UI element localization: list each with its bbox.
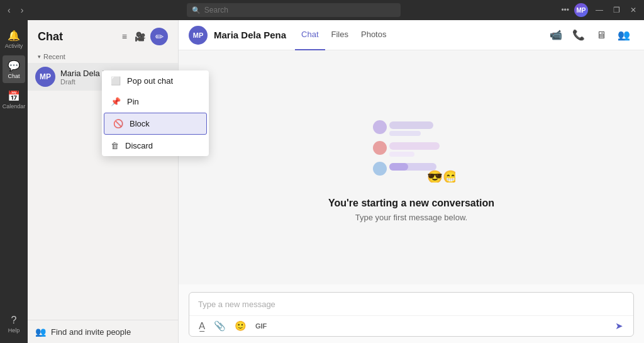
menu-item-popout[interactable]: ⬜ Pop out chat xyxy=(102,70,209,91)
audio-call-action-button[interactable]: 📞 xyxy=(569,25,589,45)
tab-chat[interactable]: Chat xyxy=(295,20,325,50)
more-options-button[interactable]: ••• xyxy=(561,6,569,14)
block-label: Block xyxy=(130,119,150,128)
sidebar: Chat ≡ 🎥 ✏ ▾ Recent MP Maria Dela Pena D… xyxy=(28,20,179,343)
new-conversation-title: You're starting a new conversation xyxy=(328,198,494,209)
restore-button[interactable]: ❐ xyxy=(611,6,623,14)
contact-avatar: MP xyxy=(35,67,55,87)
svg-rect-4 xyxy=(389,142,440,150)
popout-label: Pop out chat xyxy=(127,76,173,86)
popout-icon: ⬜ xyxy=(111,76,121,86)
svg-point-6 xyxy=(373,162,387,176)
calendar-label: Calendar xyxy=(3,103,26,110)
people-action-button[interactable]: 👥 xyxy=(614,25,634,45)
chevron-down-icon: ▾ xyxy=(38,53,41,60)
new-chat-button[interactable]: ✏ xyxy=(150,28,168,45)
message-toolbar: A̲ 📎 🙂 GIF ➤ xyxy=(189,315,633,336)
chat-header-name: Maria Dela Pena xyxy=(214,30,286,40)
activity-icon: 🔔 xyxy=(8,30,20,42)
chat-label: Chat xyxy=(8,73,19,79)
sidebar-actions: ≡ 🎥 ✏ xyxy=(119,28,168,45)
pin-icon: 📌 xyxy=(111,97,121,106)
video-call-action-button[interactable]: 📹 xyxy=(546,25,566,45)
filter-button[interactable]: ≡ xyxy=(119,30,130,43)
people-icon: 👥 xyxy=(618,29,630,41)
menu-item-pin[interactable]: 📌 Pin xyxy=(102,91,209,112)
block-icon: 🚫 xyxy=(113,119,123,128)
new-conversation-subtitle: Type your first message below. xyxy=(355,213,467,222)
screen-share-icon: 🖥 xyxy=(596,30,606,41)
svg-point-3 xyxy=(373,141,387,155)
forward-button[interactable]: › xyxy=(18,5,26,15)
back-button[interactable]: ‹ xyxy=(5,5,13,15)
activity-label: Activity xyxy=(5,43,23,49)
sidebar-item-calendar[interactable]: 📅 Calendar xyxy=(3,86,25,113)
svg-rect-5 xyxy=(389,152,414,157)
section-recent: ▾ Recent xyxy=(28,50,178,63)
chat-header-left: MP Maria Dela Pena Chat Files Photos xyxy=(189,20,392,50)
titlebar-center: 🔍 xyxy=(26,3,561,17)
search-input[interactable] xyxy=(204,6,396,14)
chat-header-avatar: MP xyxy=(189,26,208,45)
app-body: 🔔 Activity 💬 Chat 📅 Calendar ? Help Chat… xyxy=(0,20,644,343)
minimize-button[interactable]: — xyxy=(593,6,606,14)
sidebar-item-activity[interactable]: 🔔 Activity xyxy=(3,25,25,53)
help-icon: ? xyxy=(11,315,17,326)
message-input-area: Type a new message A̲ 📎 🙂 GIF ➤ xyxy=(179,284,644,343)
help-label: Help xyxy=(8,327,20,334)
titlebar-left: ‹ › xyxy=(5,5,26,15)
pin-label: Pin xyxy=(127,97,139,106)
find-people-icon: 👥 xyxy=(35,327,46,337)
menu-item-block[interactable]: 🚫 Block xyxy=(104,113,207,135)
sidebar-item-chat[interactable]: 💬 Chat xyxy=(3,55,25,83)
tab-photos[interactable]: Photos xyxy=(355,20,392,50)
format-button[interactable]: A̲ xyxy=(196,318,208,334)
svg-rect-1 xyxy=(389,121,433,129)
titlebar: ‹ › 🔍 ••• MP — ❐ ✕ xyxy=(0,0,644,20)
user-avatar[interactable]: MP xyxy=(574,3,588,17)
attach-button[interactable]: 📎 xyxy=(211,318,229,334)
search-icon: 🔍 xyxy=(192,6,201,14)
conversation-illustration: 😎😁 xyxy=(367,113,455,183)
message-input-placeholder: Type a new message xyxy=(189,293,633,315)
find-people-label: Find and invite people xyxy=(51,327,131,337)
gif-button[interactable]: GIF xyxy=(252,320,270,332)
screen-share-action-button[interactable]: 🖥 xyxy=(591,25,611,45)
audio-call-icon: 📞 xyxy=(572,29,585,41)
new-chat-icon: ✏ xyxy=(155,31,164,43)
context-menu: ⬜ Pop out chat 📌 Pin 🚫 Block 🗑 Discard xyxy=(102,70,209,156)
discard-icon: 🗑 xyxy=(111,141,119,150)
sidebar-footer[interactable]: 👥 Find and invite people xyxy=(28,320,178,343)
svg-point-0 xyxy=(373,120,387,134)
svg-rect-8 xyxy=(389,163,408,171)
main-content: MP Maria Dela Pena Chat Files Photos 📹 📞… xyxy=(179,20,644,343)
menu-item-discard[interactable]: 🗑 Discard xyxy=(102,135,209,156)
svg-rect-2 xyxy=(389,131,421,136)
message-input-box: Type a new message A̲ 📎 🙂 GIF ➤ xyxy=(189,292,634,337)
conversation-area: 😎😁 You're starting a new conversation Ty… xyxy=(179,50,644,284)
close-button[interactable]: ✕ xyxy=(628,6,639,14)
chat-header: MP Maria Dela Pena Chat Files Photos 📹 📞… xyxy=(179,20,644,50)
sidebar-title: Chat xyxy=(38,30,63,43)
calendar-icon: 📅 xyxy=(8,90,20,102)
sidebar-header: Chat ≡ 🎥 ✏ xyxy=(28,20,178,50)
emoji-button[interactable]: 🙂 xyxy=(231,318,250,334)
message-placeholder-text: Type a new message xyxy=(198,300,275,309)
video-call-icon: 📹 xyxy=(550,29,562,41)
search-bar[interactable]: 🔍 xyxy=(187,3,401,17)
illustration-svg: 😎😁 xyxy=(367,113,455,183)
discard-label: Discard xyxy=(125,141,153,150)
svg-text:😎😁: 😎😁 xyxy=(427,169,455,183)
video-call-button[interactable]: 🎥 xyxy=(132,30,148,43)
chat-tabs: Chat Files Photos xyxy=(295,20,392,50)
send-button[interactable]: ➤ xyxy=(611,318,627,334)
chat-header-right: 📹 📞 🖥 👥 xyxy=(546,25,634,45)
section-recent-label: Recent xyxy=(43,53,65,60)
sidebar-item-help[interactable]: ? Help xyxy=(3,310,25,338)
left-nav: 🔔 Activity 💬 Chat 📅 Calendar ? Help xyxy=(0,20,28,343)
chat-icon: 💬 xyxy=(8,60,20,72)
tab-files[interactable]: Files xyxy=(325,20,355,50)
titlebar-right: ••• MP — ❐ ✕ xyxy=(561,3,639,17)
